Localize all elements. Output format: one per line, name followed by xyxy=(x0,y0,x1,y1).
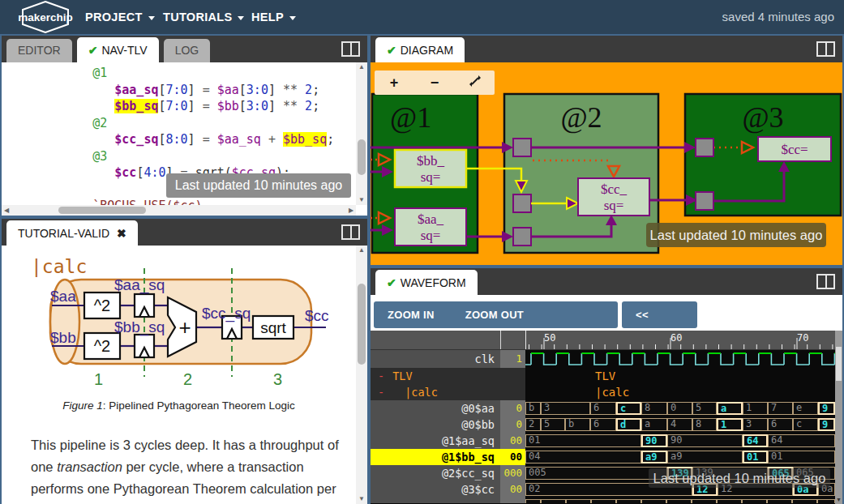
wave-value-cell[interactable]: 1 xyxy=(717,418,743,431)
collapse-icon[interactable]: - xyxy=(378,386,384,399)
tutorial-vertical-scrollbar[interactable]: ▲ ▼ xyxy=(356,246,367,504)
wave-value-cell[interactable]: 04 xyxy=(525,451,641,463)
signal-name[interactable]: @1$bb_sq xyxy=(371,449,500,465)
wave-lane[interactable]: b36c805a17e9 xyxy=(525,400,835,416)
wave-lane[interactable]: 04a9a90101 xyxy=(525,449,835,465)
tab-editor[interactable]: EDITOR xyxy=(6,39,72,62)
wave-value-cell[interactable]: a xyxy=(717,402,743,415)
zoom-in-button[interactable]: ZOOM IN xyxy=(374,301,448,328)
wave-value-cell[interactable] xyxy=(692,499,717,503)
close-icon[interactable]: ✖ xyxy=(117,227,126,240)
wave-value-cell[interactable]: 6 xyxy=(590,418,616,431)
scroll-up-icon[interactable]: ▲ xyxy=(356,62,367,72)
wave-value-cell[interactable] xyxy=(742,499,767,503)
signal-name[interactable]: @1$aa_sq xyxy=(371,433,500,449)
wave-lane[interactable]: |calc xyxy=(525,384,835,400)
signal-group-label[interactable]: -TLV xyxy=(371,368,525,384)
wave-value-cell[interactable]: 01 xyxy=(743,451,768,463)
code-line[interactable]: $bb_sq[7:0] = $bb[3:0] ** 2; xyxy=(49,98,356,115)
wave-value-cell[interactable] xyxy=(767,499,792,503)
wave-value-cell[interactable]: 7 xyxy=(768,402,793,415)
zoom-out-button[interactable]: ZOOM OUT xyxy=(452,301,538,328)
zoom-out-button[interactable]: − xyxy=(420,70,449,95)
step-back-button[interactable]: << xyxy=(622,301,662,328)
scrollbar-thumb[interactable] xyxy=(836,347,842,381)
code-line[interactable]: $cc_sq[8:0] = $aa_sq + $bb_sq; xyxy=(49,131,356,148)
tab-nav-tlv[interactable]: ✔NAV-TLV xyxy=(77,37,159,62)
editor-vertical-scrollbar[interactable]: ▲ ▼ xyxy=(356,62,367,205)
wave-value-cell[interactable]: 4 xyxy=(667,418,692,431)
split-view-icon[interactable] xyxy=(341,41,360,57)
wave-value-cell[interactable]: 6 xyxy=(768,418,793,431)
wave-value-cell[interactable]: 9 xyxy=(818,402,835,415)
scrollbar-thumb[interactable] xyxy=(358,284,366,365)
wave-value-cell[interactable]: c xyxy=(616,402,641,415)
wave-value-cell[interactable] xyxy=(616,499,641,503)
diagram-canvas[interactable]: @1 @2 @3 xyxy=(371,62,842,265)
scroll-down-icon[interactable]: ▼ xyxy=(356,494,367,504)
wave-value-cell[interactable]: e xyxy=(793,402,818,415)
wave-lane[interactable]: 0190906464 xyxy=(525,433,835,449)
code-line[interactable]: $aa_sq[7:0] = $aa[3:0] ** 2; xyxy=(49,82,356,99)
split-view-icon[interactable] xyxy=(816,41,835,57)
wave-lane[interactable] xyxy=(525,498,835,503)
split-view-icon[interactable] xyxy=(816,274,835,289)
wave-lane[interactable]: 25b6da48136c9 xyxy=(525,416,835,433)
wave-value-cell[interactable]: 90 xyxy=(641,434,667,447)
wave-value-cell[interactable]: a9 xyxy=(641,451,667,463)
scroll-left-icon[interactable]: ◀ xyxy=(2,205,11,216)
wave-value-cell[interactable] xyxy=(666,499,692,503)
wave-value-cell[interactable]: b xyxy=(525,402,541,415)
wave-value-cell[interactable] xyxy=(566,499,591,503)
wave-value-cell[interactable] xyxy=(525,499,541,503)
signal-name[interactable]: @3$cc xyxy=(371,481,500,498)
wave-value-cell[interactable]: 2 xyxy=(525,418,541,431)
wave-value-cell[interactable]: 005 xyxy=(525,467,667,480)
wave-value-cell[interactable]: 3 xyxy=(743,418,768,431)
collapse-icon[interactable]: - xyxy=(378,369,384,382)
menu-help[interactable]: HELP xyxy=(251,0,296,34)
editor-horizontal-scrollbar[interactable]: ◀ ▶ xyxy=(2,205,356,216)
wave-value-cell[interactable]: 0 xyxy=(667,402,692,415)
signal-name[interactable]: @0$bb xyxy=(371,416,500,433)
wave-value-cell[interactable] xyxy=(717,499,742,503)
wave-value-cell[interactable]: 90 xyxy=(667,434,743,447)
zoom-fit-button[interactable] xyxy=(461,70,490,95)
wave-value-cell[interactable]: 01 xyxy=(525,434,641,447)
wave-value-cell[interactable]: a9 xyxy=(667,451,743,463)
wave-value-cell[interactable]: a xyxy=(641,418,667,431)
wave-value-cell[interactable]: 8 xyxy=(641,402,667,415)
wave-value-cell[interactable]: 01 xyxy=(768,451,835,463)
scroll-right-icon[interactable]: ▶ xyxy=(346,205,356,216)
wave-value-cell[interactable] xyxy=(792,499,817,503)
wave-lane[interactable]: TLV xyxy=(525,368,835,384)
scroll-down-icon[interactable]: ▼ xyxy=(356,195,367,205)
wave-lane[interactable] xyxy=(525,350,835,368)
scrollbar-thumb[interactable] xyxy=(358,139,366,175)
wave-value-cell[interactable]: c xyxy=(793,418,818,431)
wave-value-cell[interactable]: 5 xyxy=(692,402,717,415)
signal-name[interactable]: @0$aa xyxy=(371,400,500,416)
wave-value-cell[interactable]: 5 xyxy=(541,418,565,431)
code-line[interactable]: `BOGUS_USE($cc) xyxy=(49,198,356,205)
wave-value-cell[interactable] xyxy=(817,499,835,503)
tab-waveform[interactable]: ✔WAVEFORM xyxy=(375,270,478,295)
signal-name[interactable]: @2$cc_sq xyxy=(371,465,500,481)
zoom-in-button[interactable]: + xyxy=(379,70,409,95)
scroll-down-icon[interactable]: ▼ xyxy=(835,497,842,502)
tab-diagram[interactable]: ✔DIAGRAM xyxy=(375,37,465,62)
scroll-up-icon[interactable]: ▲ xyxy=(356,246,367,255)
wave-vertical-scrollbar[interactable]: ▼ xyxy=(835,331,842,504)
wave-value-cell[interactable]: 6 xyxy=(590,402,616,415)
menu-project[interactable]: PROJECT xyxy=(85,0,155,34)
code-line[interactable]: @3 xyxy=(49,148,356,165)
makerchip-logo[interactable]: makerchip xyxy=(15,1,76,33)
code-line[interactable]: @1 xyxy=(49,65,356,82)
wave-value-cell[interactable]: 8 xyxy=(692,418,717,431)
tab-tutorial-valid[interactable]: TUTORIAL-VALID✖ xyxy=(6,220,138,246)
menu-tutorials[interactable]: TUTORIALS xyxy=(163,0,244,34)
signal-name[interactable]: clk xyxy=(371,350,500,368)
wave-value-cell[interactable] xyxy=(541,499,566,503)
wave-value-cell[interactable]: b xyxy=(565,418,590,431)
split-view-icon[interactable] xyxy=(341,224,360,240)
